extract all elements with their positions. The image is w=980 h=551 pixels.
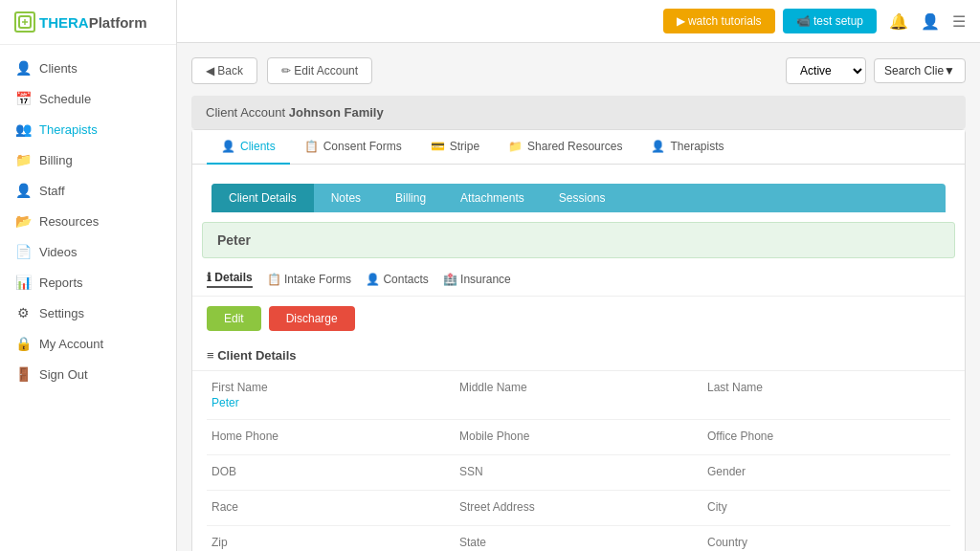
cell-middle-name: Middle Name	[455, 371, 702, 419]
cell-street-address: Street Address	[455, 491, 702, 525]
tab-inner-sessions[interactable]: Sessions	[542, 184, 623, 212]
sidebar-item-videos[interactable]: 📄 Videos	[0, 236, 176, 267]
client-name-row: Peter	[202, 222, 955, 258]
sidebar-label-staff: Staff	[39, 184, 65, 198]
cell-city: City	[702, 491, 950, 525]
edit-button[interactable]: Edit	[207, 306, 261, 331]
staff-icon: 👤	[14, 183, 32, 198]
sidebar-item-settings[interactable]: ⚙ Settings	[0, 298, 176, 328]
label-first-name: First Name	[212, 381, 450, 394]
client-account-name: Johnson Family	[289, 105, 384, 120]
edit-account-button[interactable]: ✏ Edit Account	[267, 57, 372, 84]
sidebar-item-schedule[interactable]: 📅 Schedule	[0, 83, 176, 114]
detail-row-3: DOB SSN Gender	[207, 455, 950, 491]
therapists-tab-label: Therapists	[670, 140, 724, 153]
label-zip: Zip	[212, 536, 450, 549]
cell-zip: Zip	[207, 526, 455, 551]
sidebar-label-sign-out: Sign Out	[39, 367, 88, 382]
label-ssn: SSN	[459, 465, 698, 478]
label-dob: DOB	[212, 465, 450, 478]
tab-inner-notes[interactable]: Notes	[314, 184, 378, 212]
tab-inner-billing[interactable]: Billing	[378, 184, 443, 212]
sub-tab-insurance[interactable]: 🏥 Insurance	[443, 273, 511, 286]
shared-resources-tab-label: Shared Resources	[527, 140, 622, 153]
clients-icon: 👤	[14, 60, 32, 76]
tab-outer-shared-resources[interactable]: 📁 Shared Resources	[494, 130, 636, 165]
label-state: State	[459, 536, 698, 549]
label-race: Race	[212, 500, 450, 514]
cell-race: Race	[207, 491, 455, 525]
clients-tab-icon: 👤	[221, 140, 235, 153]
logo-text: THERAPlatform	[39, 14, 147, 31]
label-last-name: Last Name	[707, 381, 946, 394]
cell-state: State	[455, 526, 702, 551]
discharge-button[interactable]: Discharge	[269, 306, 355, 331]
sidebar-item-clients[interactable]: 👤 Clients	[0, 53, 176, 83]
tab-inner-attachments[interactable]: Attachments	[443, 184, 542, 212]
my-account-icon: 🔒	[14, 336, 32, 351]
tab-inner-client-details[interactable]: Client Details	[212, 184, 314, 212]
status-select[interactable]: Active Inactive	[786, 57, 866, 84]
label-office-phone: Office Phone	[707, 430, 946, 443]
main: ▶ watch tutorials 📹 test setup 🔔 👤 ☰ ◀ B…	[177, 0, 980, 551]
menu-icon[interactable]: ☰	[952, 12, 966, 31]
test-setup-button[interactable]: 📹 test setup	[783, 9, 877, 33]
sub-tab-details[interactable]: ℹ Details	[207, 271, 253, 288]
sign-out-icon: 🚪	[14, 366, 32, 382]
resources-icon: 📂	[14, 213, 32, 229]
cell-mobile-phone: Mobile Phone	[455, 420, 702, 454]
therapists-icon: 👥	[14, 121, 32, 137]
cell-last-name: Last Name	[702, 371, 950, 419]
inner-tabs: Client Details Notes Billing Attachments…	[212, 184, 946, 212]
therapists-tab-icon: 👤	[651, 140, 665, 153]
label-gender: Gender	[707, 465, 946, 478]
sidebar-item-staff[interactable]: 👤 Staff	[0, 175, 176, 206]
cell-dob: DOB	[207, 455, 455, 490]
sub-tab-contacts[interactable]: 👤 Contacts	[366, 273, 429, 286]
sidebar-label-schedule: Schedule	[39, 92, 91, 106]
action-bar: ◀ Back ✏ Edit Account Active Inactive Se…	[191, 57, 966, 84]
sidebar-item-resources[interactable]: 📂 Resources	[0, 206, 176, 236]
search-clients-box[interactable]: Search Clie▼	[874, 58, 966, 83]
back-button[interactable]: ◀ Back	[191, 57, 257, 84]
main-card: 👤 Clients 📋 Consent Forms 💳 Stripe 📁 Sha…	[191, 129, 966, 551]
sidebar-label-reports: Reports	[39, 276, 83, 290]
billing-icon: 📁	[14, 152, 32, 167]
clients-tab-label: Clients	[240, 140, 276, 153]
sidebar-item-reports[interactable]: 📊 Reports	[0, 267, 176, 298]
sidebar-label-clients: Clients	[39, 61, 78, 76]
detail-actions: Edit Discharge	[192, 297, 965, 341]
outer-tabs: 👤 Clients 📋 Consent Forms 💳 Stripe 📁 Sha…	[192, 130, 965, 165]
user-icon[interactable]: 👤	[921, 12, 940, 31]
sidebar-label-therapists: Therapists	[39, 122, 98, 137]
tab-outer-clients[interactable]: 👤 Clients	[207, 130, 290, 165]
sidebar: THERAPlatform 👤 Clients 📅 Schedule 👥 The…	[0, 0, 177, 551]
detail-row-1: First Name Peter Middle Name Last Name	[207, 371, 950, 420]
sub-tab-intake-forms[interactable]: 📋 Intake Forms	[267, 273, 351, 286]
tab-outer-consent-forms[interactable]: 📋 Consent Forms	[290, 130, 416, 165]
sidebar-label-settings: Settings	[39, 306, 84, 320]
sidebar-item-billing[interactable]: 📁 Billing	[0, 144, 176, 175]
action-bar-right: Active Inactive Search Clie▼	[786, 57, 966, 84]
value-first-name: Peter	[212, 396, 450, 409]
tab-outer-stripe[interactable]: 💳 Stripe	[416, 130, 494, 165]
bell-icon[interactable]: 🔔	[889, 12, 908, 31]
tab-outer-therapists[interactable]: 👤 Therapists	[636, 130, 738, 165]
label-country: Country	[707, 536, 946, 549]
detail-row-2: Home Phone Mobile Phone Office Phone	[207, 420, 950, 455]
cell-country: Country United States	[702, 526, 950, 551]
watch-tutorials-button[interactable]: ▶ watch tutorials	[663, 9, 775, 33]
label-city: City	[707, 500, 946, 514]
sidebar-item-sign-out[interactable]: 🚪 Sign Out	[0, 359, 176, 389]
topbar: ▶ watch tutorials 📹 test setup 🔔 👤 ☰	[177, 0, 980, 43]
sidebar-item-therapists[interactable]: 👥 Therapists	[0, 114, 176, 144]
stripe-tab-icon: 💳	[431, 140, 445, 153]
reports-icon: 📊	[14, 275, 32, 290]
content-area: ◀ Back ✏ Edit Account Active Inactive Se…	[177, 43, 980, 551]
stripe-tab-label: Stripe	[450, 140, 479, 153]
label-home-phone: Home Phone	[212, 430, 450, 443]
sidebar-label-videos: Videos	[39, 245, 78, 259]
consent-tab-label: Consent Forms	[323, 140, 402, 153]
sidebar-item-my-account[interactable]: 🔒 My Account	[0, 328, 176, 359]
cell-home-phone: Home Phone	[207, 420, 455, 454]
